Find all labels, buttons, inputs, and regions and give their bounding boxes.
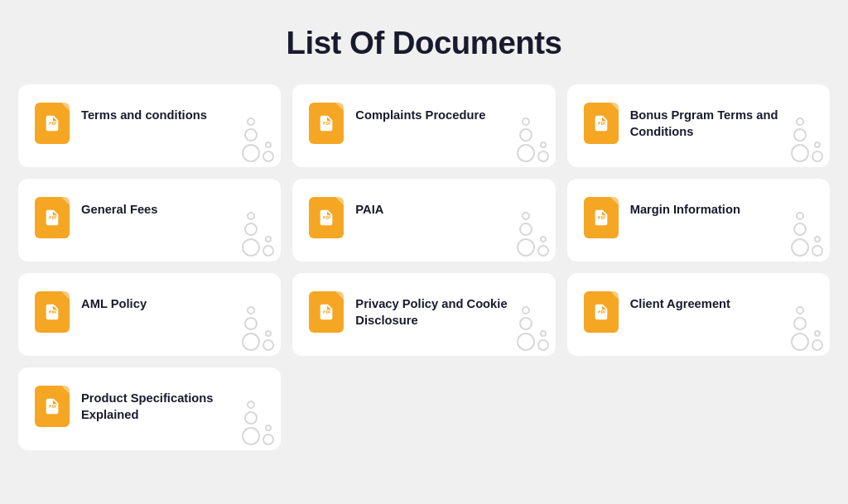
document-label: Privacy Policy and Cookie Disclosure <box>355 296 538 329</box>
document-label: Complaints Procedure <box>355 108 538 124</box>
document-label: Terms and conditions <box>81 108 264 124</box>
pdf-icon <box>35 386 70 427</box>
document-card-aml[interactable]: AML Policy <box>18 273 281 356</box>
document-label: Bonus Prgram Terms and Conditions <box>630 108 813 141</box>
decorative-circles <box>242 306 274 351</box>
document-card-privacy[interactable]: Privacy Policy and Cookie Disclosure <box>292 273 555 356</box>
pdf-icon <box>309 197 344 238</box>
pdf-icon <box>35 291 70 333</box>
page-title: List Of Documents <box>287 25 562 61</box>
decorative-circles <box>791 306 823 351</box>
document-card-terms[interactable]: Terms and conditions <box>18 84 281 167</box>
document-card-complaints[interactable]: Complaints Procedure <box>292 84 555 167</box>
document-card-client[interactable]: Client Agreement <box>567 273 830 356</box>
document-label: Product Specifications Explained <box>81 391 264 424</box>
pdf-icon <box>35 103 70 144</box>
pdf-icon <box>309 103 344 144</box>
pdf-icon <box>309 291 344 333</box>
document-card-paia[interactable]: PAIA <box>292 179 555 262</box>
document-card-margin[interactable]: Margin Information <box>567 179 830 262</box>
decorative-circles <box>517 118 549 162</box>
decorative-circles <box>517 212 549 257</box>
decorative-circles <box>242 212 274 257</box>
document-label: General Fees <box>81 202 264 218</box>
pdf-icon <box>584 103 619 144</box>
document-label: PAIA <box>355 202 538 218</box>
pdf-icon <box>584 291 619 333</box>
document-card-bonus[interactable]: Bonus Prgram Terms and Conditions <box>567 84 830 167</box>
document-card-product[interactable]: Product Specifications Explained <box>18 367 281 450</box>
decorative-circles <box>242 118 274 162</box>
pdf-icon <box>584 197 619 238</box>
document-card-general-fees[interactable]: General Fees <box>18 179 281 262</box>
pdf-icon <box>35 197 70 238</box>
document-label: AML Policy <box>81 296 264 313</box>
decorative-circles <box>791 212 823 257</box>
documents-grid: Terms and conditions Complaints Procedur… <box>18 84 830 450</box>
document-label: Client Agreement <box>630 296 813 313</box>
document-label: Margin Information <box>630 202 813 218</box>
